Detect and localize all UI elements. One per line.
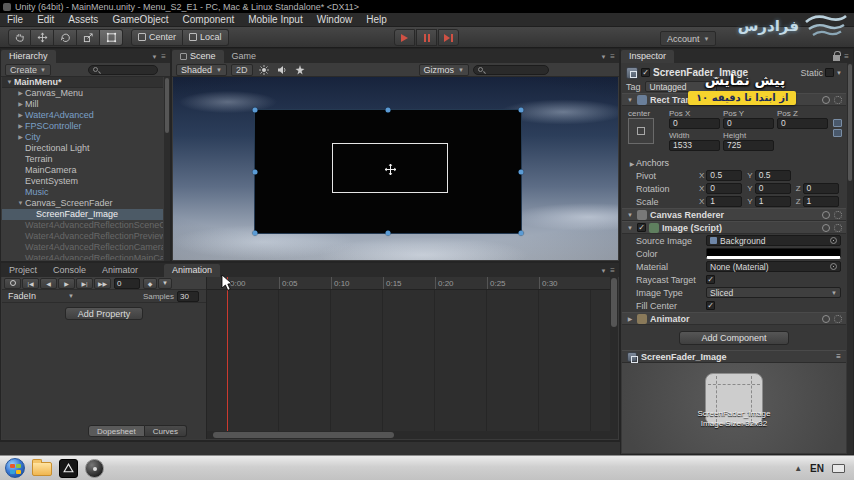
fill-center-checkbox[interactable] — [706, 301, 715, 310]
panel-menu-icon[interactable]: ≡ — [836, 352, 841, 361]
pos-x-field[interactable]: 0 — [669, 118, 720, 129]
rotation-y-field[interactable]: 0 — [755, 183, 791, 194]
menu-item[interactable]: Edit — [30, 13, 61, 27]
rotation-x-field[interactable]: 0 — [706, 183, 742, 194]
current-frame-field[interactable]: 0 — [114, 278, 140, 289]
create-button[interactable]: Create ▼ — [5, 64, 51, 76]
shading-mode-dropdown[interactable]: Shaded ▼ — [176, 64, 227, 76]
pivot-y-field[interactable]: 0.5 — [755, 170, 791, 181]
help-icon[interactable] — [822, 224, 830, 232]
pause-button[interactable] — [416, 29, 437, 46]
pos-y-field[interactable]: 0 — [723, 118, 774, 129]
settings-gear-icon[interactable] — [834, 96, 842, 104]
inspector-scrollbar[interactable] — [847, 63, 853, 454]
foldout-arrow-icon[interactable]: ▶ — [16, 110, 25, 121]
gizmos-dropdown[interactable]: Gizmos ▼ — [419, 64, 469, 76]
account-dropdown[interactable]: Account ▼ — [660, 31, 716, 46]
hierarchy-item[interactable]: ▼ Canvas_ScreenFader — [2, 198, 163, 209]
color-swatch[interactable] — [706, 248, 841, 259]
rect-tool-button[interactable] — [100, 29, 123, 46]
active-checkbox[interactable] — [641, 68, 650, 77]
hierarchy-item[interactable]: ▶ Water4Advanced — [2, 110, 163, 121]
menu-item[interactable]: File — [0, 13, 30, 27]
scale-y-field[interactable]: 1 — [755, 196, 791, 207]
lock-icon[interactable] — [833, 55, 840, 61]
foldout-arrow-icon[interactable]: ▼ — [16, 198, 25, 209]
foldout-arrow-icon[interactable]: ▼ — [626, 212, 634, 218]
dopesheet-button[interactable]: Dopesheet — [88, 425, 145, 437]
scale-z-field[interactable]: 1 — [803, 196, 839, 207]
pan-tool-button[interactable] — [8, 29, 31, 46]
hierarchy-scrollbar[interactable] — [164, 77, 170, 261]
pos-z-field[interactable]: 0 — [777, 118, 828, 129]
resize-handle[interactable] — [253, 108, 258, 113]
resize-handle[interactable] — [519, 231, 524, 236]
move-gizmo-icon[interactable] — [384, 162, 397, 175]
panel-dropdown-icon[interactable]: ▼ — [600, 268, 606, 274]
scale-x-field[interactable]: 1 — [706, 196, 742, 207]
scene-tab[interactable]: Scene — [172, 50, 224, 63]
console-tab[interactable]: Console — [45, 264, 94, 277]
resize-handle[interactable] — [519, 169, 524, 174]
menu-item[interactable]: Help — [359, 13, 394, 27]
hierarchy-item[interactable]: ▶ FPSController — [2, 121, 163, 132]
foldout-arrow-icon[interactable]: ▶ — [626, 315, 634, 322]
scrollbar-thumb[interactable] — [213, 432, 394, 438]
rotation-z-field[interactable]: 0 — [803, 183, 839, 194]
unity-taskbar-icon[interactable] — [59, 459, 78, 478]
hierarchy-item[interactable]: MainCamera — [2, 165, 163, 176]
menu-item[interactable]: GameObject — [105, 13, 175, 27]
foldout-arrow-icon[interactable]: ▶ — [16, 132, 25, 143]
last-frame-button[interactable]: ▶▶ — [94, 278, 111, 289]
anchor-preset-button[interactable] — [628, 118, 654, 144]
height-field[interactable]: 725 — [723, 140, 774, 151]
menu-item[interactable]: Assets — [61, 13, 105, 27]
settings-gear-icon[interactable] — [834, 224, 842, 232]
source-image-field[interactable]: Background — [706, 235, 841, 246]
add-event-button[interactable]: ▼ — [158, 278, 172, 289]
hierarchy-item[interactable]: Music — [2, 187, 163, 198]
scene-viewport[interactable] — [173, 77, 618, 260]
foldout-arrow-icon[interactable]: ▶ — [628, 160, 636, 167]
inspector-tab[interactable]: Inspector — [621, 50, 674, 63]
add-property-button[interactable]: Add Property — [65, 307, 143, 320]
foldout-arrow-icon[interactable]: ▶ — [16, 88, 25, 99]
panel-menu-icon[interactable]: ≡ — [610, 52, 615, 61]
animator-header[interactable]: ▶ Animator — [622, 312, 846, 325]
help-icon[interactable] — [822, 315, 830, 323]
menu-item[interactable]: Mobile Input — [241, 13, 309, 27]
hierarchy-item[interactable]: Water4AdvancedReflectionCamera_Ma — [2, 242, 163, 253]
hierarchy-item[interactable]: ▶ Canvas_Menu — [2, 88, 163, 99]
explorer-taskbar-icon[interactable] — [32, 460, 52, 476]
settings-gear-icon[interactable] — [834, 315, 842, 323]
hierarchy-item[interactable]: Water4AdvancedReflectionSceneCamera — [2, 220, 163, 231]
material-field[interactable]: None (Material) — [706, 261, 841, 272]
play-button[interactable] — [394, 29, 415, 46]
hierarchy-item[interactable]: Water4AdvancedReflectionMainCamera — [2, 253, 163, 260]
menu-item[interactable]: Window — [310, 13, 360, 27]
hierarchy-tab[interactable]: Hierarchy — [1, 50, 56, 63]
record-button[interactable] — [4, 278, 21, 289]
help-icon[interactable] — [822, 211, 830, 219]
project-tab[interactable]: Project — [1, 264, 45, 277]
resize-handle[interactable] — [519, 108, 524, 113]
hierarchy-item[interactable]: Directional Light — [2, 143, 163, 154]
tray-expand-icon[interactable]: ▲ — [794, 464, 802, 473]
foldout-arrow-icon[interactable]: ▶ — [16, 99, 25, 110]
object-picker-icon[interactable] — [830, 263, 837, 270]
image-type-dropdown[interactable]: Sliced ▼ — [706, 287, 841, 298]
scene-search-input[interactable] — [473, 65, 549, 75]
width-field[interactable]: 1533 — [669, 140, 720, 151]
animator-tab[interactable]: Animator — [94, 264, 146, 277]
object-picker-icon[interactable] — [830, 237, 837, 244]
hierarchy-item[interactable]: ▼ MainMenu* — [2, 77, 163, 88]
2d-toggle-button[interactable]: 2D — [231, 64, 253, 76]
hierarchy-search-input[interactable] — [88, 65, 158, 75]
menu-item[interactable]: Component — [176, 13, 242, 27]
scene-lighting-icon[interactable] — [257, 64, 271, 76]
next-key-button[interactable]: ▶| — [76, 278, 93, 289]
hierarchy-item[interactable]: Water4AdvancedReflectionPreview Cam — [2, 231, 163, 242]
space-toggle-button[interactable]: Local — [183, 29, 229, 46]
prev-key-button[interactable]: ◀ — [40, 278, 57, 289]
add-keyframe-button[interactable]: ◆ — [143, 278, 157, 289]
